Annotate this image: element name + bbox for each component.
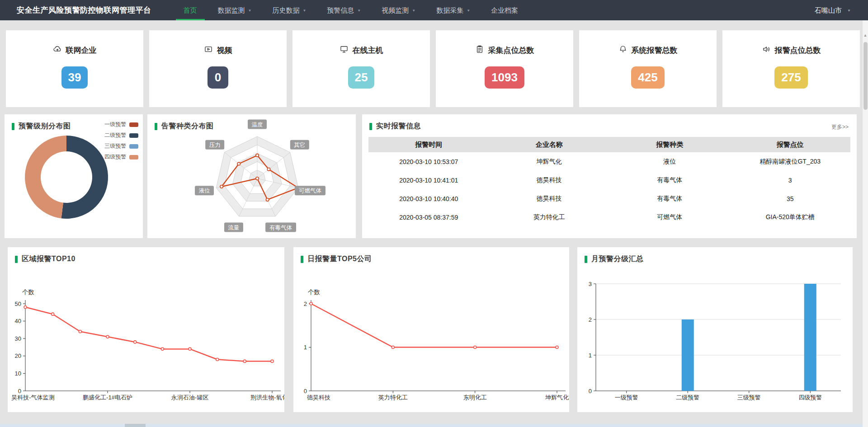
stat-label: 采集点位总数 bbox=[488, 45, 534, 56]
table-cell: 2020-03-05 08:37:59 bbox=[368, 208, 489, 226]
table-cell: 2020-03-10 10:53:07 bbox=[368, 152, 489, 171]
nav-item-5[interactable]: 数据采集▼ bbox=[426, 0, 481, 20]
alarm-type-radar-chart: 温度其它可燃气体有毒气体流量液位压力 bbox=[147, 114, 356, 238]
stat-value-badge: 39 bbox=[61, 66, 88, 89]
svg-text:四级预警: 四级预警 bbox=[798, 394, 822, 401]
table-cell: 液位 bbox=[609, 152, 730, 171]
svg-text:50: 50 bbox=[15, 300, 21, 307]
svg-text:鹏盛化工-1#电石炉: 鹏盛化工-1#电石炉 bbox=[83, 394, 132, 401]
stat-value-badge: 425 bbox=[631, 66, 664, 89]
more-link[interactable]: 更多>> bbox=[831, 123, 849, 131]
table-cell: 英力特化工 bbox=[489, 208, 610, 226]
legend-swatch bbox=[129, 155, 138, 160]
svg-text:20: 20 bbox=[15, 352, 21, 359]
svg-text:可燃气体: 可燃气体 bbox=[299, 188, 322, 194]
legend-item-0[interactable]: 一级预警 bbox=[104, 121, 138, 128]
daily-alarm-top5-card: 012个数德昊科技英力特化工东明化工坤辉气化 日报警量TOP5公司 bbox=[293, 247, 569, 412]
table-header-cell: 报警时间 bbox=[368, 137, 489, 152]
nav-item-2[interactable]: 历史数据▼ bbox=[262, 0, 316, 20]
svg-text:0: 0 bbox=[304, 388, 307, 394]
stat-label: 联网企业 bbox=[66, 45, 97, 56]
table-cell: 2020-03-10 10:41:01 bbox=[368, 171, 489, 189]
svg-text:其它: 其它 bbox=[294, 142, 305, 148]
nav-item-label: 首页 bbox=[184, 6, 197, 14]
table-row: 2020-03-05 08:37:59英力特化工可燃气体GIA-520单体贮槽 bbox=[368, 208, 850, 226]
svg-text:永润石油-罐区: 永润石油-罐区 bbox=[171, 394, 208, 401]
svg-text:1: 1 bbox=[304, 344, 307, 351]
legend-item-1[interactable]: 二级预警 bbox=[104, 131, 138, 139]
legend-label: 四级预警 bbox=[104, 153, 126, 161]
stat-label: 系统报警总数 bbox=[632, 45, 678, 56]
table-cell: GIA-520单体贮槽 bbox=[730, 208, 851, 226]
legend-item-2[interactable]: 三级预警 bbox=[104, 142, 138, 150]
svg-text:个数: 个数 bbox=[22, 289, 34, 296]
table-cell: 德昊科技 bbox=[489, 171, 610, 189]
clipboard-icon bbox=[475, 45, 484, 56]
nav-item-label: 企业档案 bbox=[491, 6, 518, 14]
bell-icon bbox=[618, 45, 627, 56]
svg-text:40: 40 bbox=[15, 318, 21, 324]
navbar: 安全生产风险预警防控物联网管理平台 首页数据监测▼历史数据▼预警信息▼视频监测▼… bbox=[0, 0, 868, 20]
card-title-text: 预警级别分布图 bbox=[19, 122, 71, 131]
nav-item-3[interactable]: 预警信息▼ bbox=[316, 0, 371, 20]
nav-item-label: 数据监测 bbox=[218, 6, 245, 14]
table-cell: 可燃气体 bbox=[609, 208, 730, 226]
svg-text:0: 0 bbox=[589, 388, 592, 394]
region-label: 石嘴山市 bbox=[815, 6, 842, 14]
stat-header: 报警点位总数 bbox=[762, 45, 821, 56]
title-marker bbox=[12, 123, 14, 130]
table-row: 2020-03-10 10:41:01德昊科技有毒气体3 bbox=[368, 171, 850, 189]
stat-header: 视频 bbox=[204, 45, 232, 56]
nav-item-6[interactable]: 企业档案 bbox=[481, 0, 528, 20]
svg-text:东明化工: 东明化工 bbox=[463, 394, 487, 401]
card-title-text: 区域报警TOP10 bbox=[22, 254, 75, 264]
nav-item-home[interactable]: 首页 bbox=[173, 0, 208, 20]
chevron-down-icon: ▼ bbox=[357, 9, 361, 13]
table-cell: 德昊科技 bbox=[489, 189, 610, 208]
nav-item-label: 预警信息 bbox=[327, 6, 354, 14]
table-cell: 3 bbox=[730, 171, 851, 189]
svg-text:2: 2 bbox=[589, 316, 592, 323]
nav-item-label: 视频监测 bbox=[382, 6, 409, 14]
monthly-warning-bar-chart: 0123一级预警二级预警三级预警四级预警 bbox=[577, 247, 853, 412]
stat-card-2: 在线主机25 bbox=[292, 30, 430, 107]
vertical-scrollbar[interactable]: ▲ bbox=[862, 20, 868, 427]
region-selector[interactable]: 石嘴山市 ▼ bbox=[815, 0, 851, 20]
stat-value-badge: 275 bbox=[774, 66, 807, 89]
legend-swatch bbox=[129, 144, 138, 149]
card-title-text: 告警种类分布图 bbox=[161, 122, 214, 131]
region-alarm-top10-chart: 01020304050个数昊科技-气体监测鹏盛化工-1#电石炉永润石油-罐区荆洪… bbox=[8, 247, 284, 412]
card-title: 区域报警TOP10 bbox=[15, 254, 75, 264]
scroll-up-icon[interactable]: ▲ bbox=[863, 33, 868, 38]
nav-item-1[interactable]: 数据监测▼ bbox=[208, 0, 262, 20]
table-cell: 有毒气体 bbox=[609, 189, 730, 208]
realtime-alarm-table: 报警时间企业名称报警种类报警点位 2020-03-10 10:53:07坤辉气化… bbox=[368, 137, 850, 226]
table-header-row: 报警时间企业名称报警种类报警点位 bbox=[368, 137, 850, 152]
nav-item-4[interactable]: 视频监测▼ bbox=[371, 0, 426, 20]
svg-text:个数: 个数 bbox=[308, 289, 320, 296]
speaker-icon bbox=[762, 45, 771, 56]
stat-card-0: 联网企业39 bbox=[6, 30, 143, 107]
title-marker bbox=[585, 256, 587, 263]
svg-text:荆洪生物-氧化反: 荆洪生物-氧化反 bbox=[250, 394, 284, 401]
chevron-down-icon: ▼ bbox=[248, 9, 252, 13]
stat-card-3: 采集点位总数1093 bbox=[436, 30, 573, 107]
legend-item-3[interactable]: 四级预警 bbox=[104, 153, 138, 161]
svg-text:坤辉气化: 坤辉气化 bbox=[545, 394, 569, 401]
scrollbar-thumb[interactable] bbox=[863, 42, 868, 110]
stat-value-badge: 0 bbox=[208, 66, 228, 89]
daily-alarm-top5-chart: 012个数德昊科技英力特化工东明化工坤辉气化 bbox=[293, 247, 569, 412]
svg-text:温度: 温度 bbox=[252, 122, 263, 128]
title-marker bbox=[369, 123, 372, 130]
card-title-text: 月预警分级汇总 bbox=[591, 254, 644, 264]
realtime-alarm-card: 实时报警信息 更多>> 报警时间企业名称报警种类报警点位 2020-03-10 … bbox=[362, 114, 857, 238]
svg-text:30: 30 bbox=[15, 335, 21, 342]
stat-header: 采集点位总数 bbox=[475, 45, 534, 56]
stat-header: 在线主机 bbox=[340, 45, 383, 56]
table-row: 2020-03-10 10:40:40德昊科技有毒气体35 bbox=[368, 189, 850, 208]
svg-text:昊科技-气体监测: 昊科技-气体监测 bbox=[11, 394, 54, 401]
svg-text:二级预警: 二级预警 bbox=[676, 394, 699, 401]
svg-text:0: 0 bbox=[18, 388, 21, 394]
legend-label: 二级预警 bbox=[104, 131, 126, 139]
title-marker bbox=[301, 256, 303, 263]
